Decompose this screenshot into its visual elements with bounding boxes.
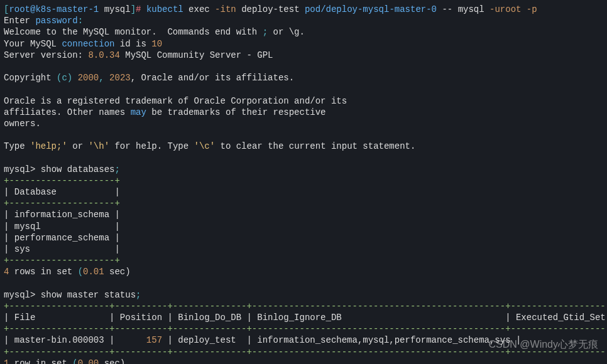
table-row: | mysql | [4, 222, 120, 232]
table-row: | sys | [4, 244, 120, 254]
prompt-dir: mysql [104, 4, 131, 14]
table-border: +-------------------+----------+--------… [4, 301, 607, 311]
table-header: | File | Position | Binlog_Do_DB | Binlo… [4, 313, 607, 323]
query-show-databases: show databases [41, 164, 115, 174]
pod-name: pod/deploy-mysql-master-0 [305, 4, 437, 14]
mysql-version: 8.0.34 [88, 50, 119, 60]
table-border: +--------------------+ [4, 176, 120, 186]
cmd-kubectl: kubectl [146, 4, 183, 14]
prompt-hash: # [136, 4, 141, 14]
table-row: | information_schema | [4, 210, 120, 220]
table-header: | Database | [4, 187, 120, 197]
terminal-output[interactable]: [root@k8s-master-1 mysql]# kubectl exec … [4, 4, 603, 364]
connection-id: 10 [151, 39, 162, 49]
mysql-prompt: mysql> [4, 164, 35, 174]
table-row: | master-bin.000003 | [4, 335, 146, 345]
mysql-prompt: mysql> [4, 290, 35, 300]
prompt-user: root@k8s-master-1 [9, 4, 99, 14]
row-count: 1 [4, 358, 9, 364]
query-show-master-status: show master status [41, 290, 136, 300]
watermark: CSDN @Windy心梦无痕 [489, 338, 598, 351]
row-count: 4 [4, 267, 9, 277]
table-row: | performance_schema | [4, 233, 120, 243]
